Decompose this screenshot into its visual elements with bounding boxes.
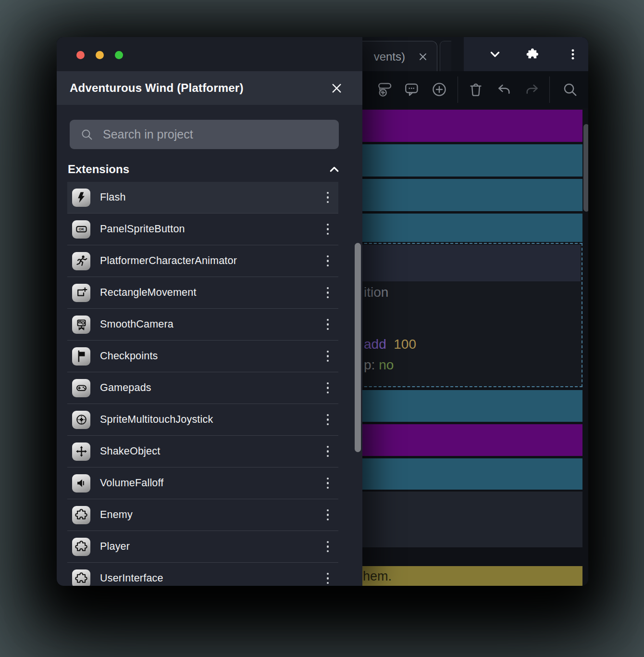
runner-icon (72, 252, 90, 270)
search-icon[interactable] (562, 81, 578, 98)
kebab-menu-icon[interactable] (322, 221, 334, 238)
extension-row[interactable]: Flash (67, 182, 338, 214)
search-icon (80, 128, 93, 141)
comment-row[interactable]: hem. (345, 566, 582, 586)
kebab-menu-icon[interactable] (322, 348, 334, 365)
event-row[interactable] (345, 144, 582, 177)
kebab-menu-icon[interactable] (322, 285, 334, 301)
search-placeholder: Search in project (103, 127, 193, 141)
event-row[interactable] (345, 214, 582, 242)
extension-label: VolumeFalloff (100, 477, 312, 489)
extensions-section-label: Extensions (68, 163, 129, 176)
project-title: Adventurous Wind (Platformer) (70, 81, 244, 95)
extension-label: RectangleMovement (100, 287, 312, 299)
traffic-lights (76, 51, 123, 59)
action-param-text: p: no (364, 357, 394, 373)
kebab-menu-icon[interactable] (322, 316, 334, 333)
extension-label: PlatformerCharacterAnimator (100, 255, 312, 267)
event-row[interactable] (345, 110, 582, 142)
minimize-window-button[interactable] (96, 51, 104, 59)
undo-icon[interactable] (495, 81, 512, 98)
puzzle-icon (72, 569, 90, 586)
extension-label: Checkpoints (100, 350, 312, 362)
tab-close-icon[interactable] (418, 51, 428, 62)
add-sub-event-icon[interactable] (376, 81, 393, 98)
extension-row[interactable]: RectangleMovement (67, 277, 338, 309)
extensions-list: FlashOKPanelSpriteButtonPlatformerCharac… (67, 182, 338, 586)
kebab-menu-icon[interactable] (322, 475, 334, 492)
close-window-button[interactable] (76, 51, 85, 59)
kebab-menu-icon[interactable] (322, 570, 334, 586)
extension-row[interactable]: Player (67, 531, 338, 563)
extension-row[interactable]: OKPanelSpriteButton (67, 214, 338, 245)
kebab-menu-icon[interactable] (322, 380, 334, 396)
extension-label: SpriteMultitouchJoystick (100, 414, 312, 426)
search-input[interactable]: Search in project (70, 120, 339, 149)
extension-label: Player (100, 541, 312, 553)
camera-icon (72, 316, 90, 334)
group-row[interactable] (345, 492, 582, 547)
ok-button-icon: OK (72, 220, 90, 239)
kebab-menu-icon[interactable] (567, 48, 579, 61)
speaker-icon (72, 474, 90, 493)
add-comment-icon[interactable] (403, 81, 420, 98)
event-row[interactable] (345, 390, 582, 422)
delete-icon[interactable] (468, 81, 484, 98)
svg-text:OK: OK (78, 227, 84, 231)
extension-row[interactable]: VolumeFalloff (67, 467, 338, 499)
tab-next-sliver[interactable] (440, 41, 451, 71)
condition-text: ition (364, 285, 388, 300)
rectangle-plus-icon (72, 284, 90, 302)
kebab-menu-icon[interactable] (322, 412, 334, 428)
redo-icon[interactable] (524, 81, 541, 98)
chevron-up-icon[interactable] (328, 164, 340, 176)
extension-label: SmoothCamera (100, 318, 312, 330)
toolbar-divider (458, 76, 458, 103)
tab-events-label: vents) (374, 50, 405, 63)
selected-event-row[interactable]: itionadd 100p: no (345, 243, 582, 387)
project-manager-header: Adventurous Wind (Platformer) (57, 71, 362, 105)
panel-scrollbar[interactable] (355, 243, 361, 452)
window-titlebar (57, 37, 362, 71)
extension-row[interactable]: Enemy (67, 499, 338, 531)
zoom-window-button[interactable] (115, 51, 123, 59)
extension-row[interactable]: SmoothCamera (67, 309, 338, 341)
extension-label: UserInterface (100, 572, 312, 584)
extension-label: Enemy (100, 509, 312, 521)
kebab-menu-icon[interactable] (322, 539, 334, 555)
puzzle-icon (72, 506, 90, 524)
event-row[interactable] (345, 458, 582, 490)
add-event-icon[interactable] (431, 81, 447, 98)
gamepad-icon (72, 379, 90, 397)
extension-row[interactable]: PlatformerCharacterAnimator (67, 245, 338, 277)
action-text: add 100 (364, 337, 416, 352)
desktop-background: vents) (0, 0, 644, 657)
joystick-icon (72, 411, 90, 429)
kebab-menu-icon[interactable] (322, 507, 334, 523)
event-row[interactable] (345, 424, 582, 456)
event-conditions-area[interactable] (347, 245, 581, 281)
event-row[interactable] (345, 179, 582, 211)
app-window: vents) (57, 37, 588, 586)
extension-row[interactable]: SpriteMultitouchJoystick (67, 404, 338, 436)
extension-row[interactable]: Gamepads (67, 372, 338, 404)
chevron-down-icon[interactable] (489, 48, 501, 61)
extension-row[interactable]: Checkpoints (67, 341, 338, 372)
extensions-section-header[interactable]: Extensions (68, 158, 340, 180)
events-scrollbar[interactable] (583, 124, 588, 212)
extension-label: Gamepads (100, 382, 312, 394)
toolbar-divider (549, 76, 550, 103)
extension-row[interactable]: UserInterface (67, 563, 338, 586)
kebab-menu-icon[interactable] (322, 190, 334, 206)
flash-icon (72, 189, 90, 207)
kebab-menu-icon[interactable] (322, 253, 334, 269)
move-arrows-icon (72, 442, 90, 461)
extension-label: PanelSpriteButton (100, 223, 312, 235)
puzzle-icon (72, 538, 90, 556)
puzzle-icon[interactable] (526, 48, 539, 61)
kebab-menu-icon[interactable] (322, 443, 334, 460)
extension-row[interactable]: ShakeObject (67, 436, 338, 467)
close-icon[interactable] (330, 82, 343, 95)
extension-label: ShakeObject (100, 445, 312, 457)
editor-topbar (464, 37, 588, 71)
